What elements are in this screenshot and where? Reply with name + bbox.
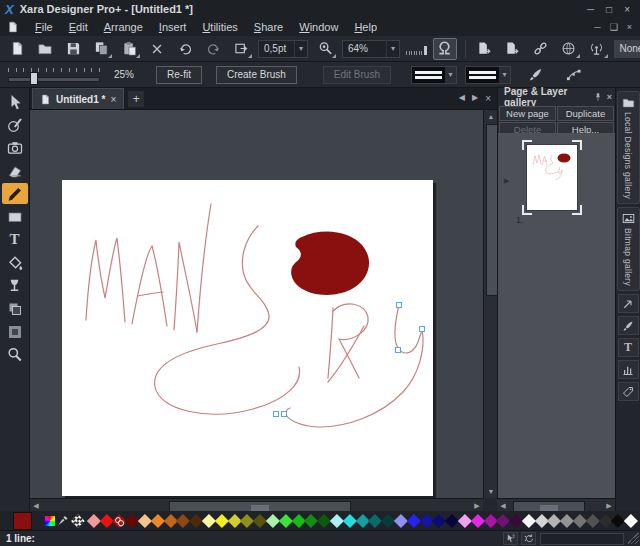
shadow-tool[interactable] xyxy=(2,298,28,319)
web-export-button[interactable] xyxy=(558,39,580,59)
doc-restore-button[interactable]: ❑ xyxy=(610,22,618,32)
text-tool[interactable]: T xyxy=(2,229,28,250)
canvas-area[interactable] xyxy=(30,110,483,498)
pin-icon[interactable] xyxy=(593,92,603,102)
stroke-style-select-2[interactable]: ▾ xyxy=(465,66,511,84)
page-thumbnail[interactable] xyxy=(527,145,577,210)
stroke-style-select-1[interactable]: ▾ xyxy=(411,66,457,84)
paste-button[interactable] xyxy=(118,39,140,59)
hyperlink-button[interactable] xyxy=(530,39,552,59)
scroll-tabs-right-button[interactable]: ▶ xyxy=(472,93,478,104)
create-brush-button[interactable]: Create Brush xyxy=(216,66,297,84)
delete-button[interactable] xyxy=(146,39,168,59)
name-tag-gallery-button[interactable] xyxy=(618,382,639,401)
photo-tool[interactable] xyxy=(2,137,28,158)
export-page-button[interactable] xyxy=(474,39,496,59)
color-swatch[interactable] xyxy=(151,514,165,528)
fill-tool[interactable] xyxy=(2,252,28,273)
canvas-horizontal-scrollbar[interactable]: ◀ ▶ xyxy=(30,498,483,512)
menu-item-share[interactable]: Share xyxy=(246,20,291,34)
scroll-tabs-left-button[interactable]: ◀ xyxy=(459,93,465,104)
color-swatch[interactable] xyxy=(343,514,357,528)
color-swatch[interactable] xyxy=(87,514,101,528)
gallery-horizontal-scrollbar[interactable]: ◀ ▶ xyxy=(497,498,615,512)
selector-tool[interactable] xyxy=(2,91,28,112)
menu-item-window[interactable]: Window xyxy=(291,20,346,34)
brush-stroke-button[interactable] xyxy=(525,65,547,85)
snap-to-objects-button[interactable] xyxy=(433,38,457,60)
eraser-tool[interactable] xyxy=(2,160,28,181)
chart-gallery-button[interactable] xyxy=(618,360,639,379)
paste-in-place-button[interactable] xyxy=(230,39,252,59)
color-editor-icon[interactable] xyxy=(45,516,55,526)
freehand-sketch[interactable] xyxy=(62,180,433,496)
feather-slider[interactable] xyxy=(406,43,427,55)
scroll-down-icon[interactable]: ▼ xyxy=(484,488,498,495)
selector-gallery-button[interactable] xyxy=(618,294,639,313)
menu-item-utilities[interactable]: Utilities xyxy=(194,20,245,34)
menu-item-edit[interactable]: Edit xyxy=(61,20,96,34)
local-designs-gallery-tab[interactable]: Local Designs gallery xyxy=(617,91,640,204)
shape-editor-tool[interactable] xyxy=(2,114,28,135)
new-page-button[interactable]: New page xyxy=(499,106,556,121)
duplicate-page-button[interactable]: Duplicate xyxy=(557,106,614,121)
maximize-button[interactable]: □ xyxy=(606,4,612,15)
edit-brush-button[interactable]: Edit Brush xyxy=(323,66,391,84)
current-line-color-swatch[interactable] xyxy=(13,512,32,530)
page-expander-icon[interactable]: ▶ xyxy=(504,177,509,185)
undo-button[interactable] xyxy=(174,39,196,59)
line-width-select[interactable]: 0,5pt ▾ xyxy=(258,40,308,58)
tab-close-icon[interactable]: × xyxy=(110,94,116,105)
node-edit-button[interactable] xyxy=(563,65,585,85)
no-color-swatch[interactable] xyxy=(71,514,85,528)
redo-button[interactable] xyxy=(202,39,224,59)
menu-bar: FileEditArrangeInsertUtilitiesShareWindo… xyxy=(0,18,640,37)
menu-item-arrange[interactable]: Arrange xyxy=(96,20,151,34)
slider-thumb[interactable] xyxy=(30,72,38,85)
window-resize-grip[interactable] xyxy=(628,533,639,544)
transparency-tool[interactable] xyxy=(2,275,28,296)
copy-button[interactable] xyxy=(90,39,112,59)
page-number-label: 1. xyxy=(516,215,524,225)
open-file-button[interactable] xyxy=(34,39,56,59)
text-gallery-button[interactable]: T xyxy=(618,338,639,357)
smoothing-slider[interactable] xyxy=(8,68,100,82)
scroll-up-icon[interactable]: ▲ xyxy=(484,113,498,120)
pencil-tool[interactable] xyxy=(2,183,28,204)
share-button[interactable] xyxy=(586,39,608,59)
zoom-tool[interactable] xyxy=(2,344,28,365)
new-document-button[interactable] xyxy=(6,39,28,59)
export-selection-button[interactable] xyxy=(502,39,524,59)
refit-button[interactable]: Re-fit xyxy=(156,66,202,84)
snap-indicator-icon[interactable] xyxy=(503,532,518,545)
color-swatch[interactable] xyxy=(407,514,421,528)
document-tab[interactable]: Untitled1 * × xyxy=(32,88,124,109)
color-swatch[interactable] xyxy=(624,514,638,528)
menu-item-file[interactable]: File xyxy=(27,20,61,34)
color-swatch[interactable] xyxy=(279,514,293,528)
doc-close-button[interactable]: × xyxy=(627,22,632,32)
doc-minimize-button[interactable]: ─ xyxy=(594,22,600,32)
page-list-area[interactable]: ▶ 1. xyxy=(498,133,616,498)
save-button[interactable] xyxy=(62,39,84,59)
minimize-button[interactable]: ─ xyxy=(587,4,594,15)
gallery-close-icon[interactable]: × xyxy=(607,92,612,102)
bitmap-gallery-tab[interactable]: Bitmap gallery xyxy=(617,207,640,291)
color-swatch[interactable] xyxy=(215,514,229,528)
rectangle-tool[interactable] xyxy=(2,206,28,227)
menu-item-help[interactable]: Help xyxy=(346,20,385,34)
new-tab-button[interactable]: + xyxy=(128,91,144,107)
menu-item-insert[interactable]: Insert xyxy=(151,20,195,34)
color-swatch[interactable] xyxy=(471,514,485,528)
bevel-tool[interactable] xyxy=(2,321,28,342)
zoom-level-select[interactable]: 64% ▾ xyxy=(342,40,400,58)
color-picker-icon[interactable] xyxy=(57,515,69,527)
brush-gallery-button[interactable] xyxy=(618,316,639,335)
fill-style-select[interactable]: None xyxy=(614,40,640,58)
close-button[interactable]: × xyxy=(624,4,630,15)
close-document-button[interactable]: × xyxy=(485,93,491,104)
live-drag-indicator-icon[interactable] xyxy=(521,532,536,545)
document-page[interactable] xyxy=(62,180,433,496)
canvas-vertical-scrollbar[interactable]: ▲ ▼ xyxy=(483,110,498,498)
zoom-to-selection-button[interactable] xyxy=(314,39,336,59)
